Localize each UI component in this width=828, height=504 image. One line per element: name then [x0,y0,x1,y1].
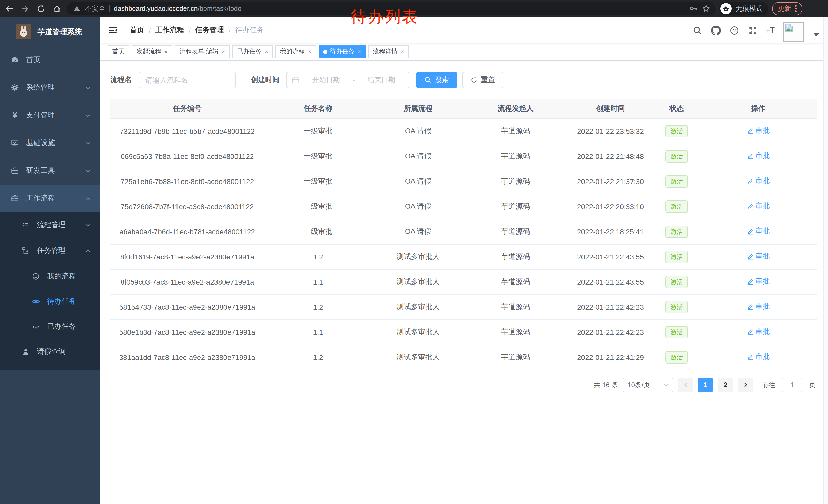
sidebar-item-task-management[interactable]: 任务管理 [0,238,100,264]
url-bar[interactable]: 不安全 dashboard.yudao.iocoder.cn/bpm/task/… [67,2,716,15]
create-time-label: 创建时间 [251,75,280,85]
app-title: 芋道管理系统 [37,27,82,37]
sidebar-item-devtools[interactable]: 研发工具 [0,157,100,185]
top-navbar: 首页 / 工作流程 / 任务管理 / 待办任务 ? TT [100,17,828,43]
url-text[interactable]: dashboard.yudao.iocoder.cn/bpm/task/todo [114,5,241,12]
cell-actions: 审批 [699,119,817,144]
table-row: 58154733-7ac8-11ec-a9e2-a2380e71991a 1.2… [110,294,817,319]
prev-page-button[interactable] [678,378,693,392]
process-name-input[interactable] [138,72,236,88]
cell-status: 激活 [654,269,699,294]
reset-button[interactable]: 重置 [462,72,503,88]
breadcrumb-task-management[interactable]: 任务管理 [196,26,224,35]
close-icon[interactable]: × [401,48,404,55]
date-range-picker[interactable]: 开始日期 - 结束日期 [286,72,409,88]
sidebar-item-todo-tasks[interactable]: 待办任务 [0,289,100,314]
cell-task-id: 75d72608-7b7f-11ec-a3c8-acde48001122 [110,194,264,219]
tab-home[interactable]: 首页 [108,45,129,58]
sidebar-item-system[interactable]: 系统管理 [0,74,100,101]
tab-process-detail[interactable]: 流程详情× [368,45,409,58]
tab-done-tasks[interactable]: 已办任务× [233,45,273,58]
status-badge: 激活 [665,301,688,313]
user-menu-caret-icon[interactable] [814,33,819,36]
avatar[interactable] [783,22,804,42]
font-size-icon[interactable]: TT [767,26,775,34]
sidebar-logo[interactable]: 芋道管理系统 [0,17,100,46]
next-page-button[interactable] [738,378,753,392]
fullscreen-icon[interactable] [748,26,758,35]
tab-start-process[interactable]: 发起流程× [132,45,172,58]
process-name-label: 流程名 [110,75,132,85]
cell-process: 测试多审批人 [372,269,464,294]
forward-icon[interactable] [19,2,31,15]
breadcrumb-workflow[interactable]: 工作流程 [156,26,184,35]
close-icon[interactable]: × [358,48,361,55]
sidebar-item-payment[interactable]: ¥ 支付管理 [0,101,100,129]
help-icon[interactable]: ? [730,26,739,35]
col-status: 状态 [654,99,699,119]
star-icon[interactable] [702,4,711,13]
navbar-actions: ? TT [693,19,819,42]
status-badge: 激活 [665,175,688,187]
approve-button[interactable]: 审批 [747,353,770,362]
goto-page-input[interactable] [782,378,802,392]
cell-task-id: 8f059c03-7ac8-11ec-a9e2-a2380e71991a [110,269,264,294]
reload-icon[interactable] [35,2,47,15]
tab-form-edit[interactable]: 流程表单-编辑× [175,45,230,58]
sidebar-item-infra[interactable]: 基础设施 [0,129,100,157]
close-icon[interactable]: × [164,48,168,55]
cell-task-name: 1.1 [264,319,372,345]
approve-button[interactable]: 审批 [747,151,770,161]
approve-button[interactable]: 审批 [747,277,770,286]
list-icon [22,221,30,229]
cell-created: 2022-01-21 22:43:55 [567,244,654,269]
breadcrumb-home[interactable]: 首页 [130,26,144,35]
approve-button[interactable]: 审批 [747,126,770,136]
sidebar-item-home[interactable]: 首页 [0,46,100,74]
page-button-1[interactable]: 1 [698,378,713,392]
page-scrollbar[interactable] [823,17,828,504]
key-icon[interactable] [689,4,698,13]
hamburger-icon [108,26,118,35]
sidebar-item-leave-query[interactable]: 请假查询 [0,339,100,365]
approve-button[interactable]: 审批 [747,177,770,186]
close-icon[interactable]: × [265,48,268,55]
search-button[interactable]: 搜索 [416,72,457,88]
approve-button[interactable]: 审批 [747,252,770,261]
github-icon[interactable] [711,26,721,35]
cell-status: 激活 [654,169,699,194]
task-table: 任务编号 任务名称 所属流程 流程发起人 创建时间 状态 操作 73211d9d… [110,99,817,370]
sidebar-item-process-management[interactable]: 流程管理 [0,212,100,238]
incognito-label: 无痕模式 [736,4,762,13]
approve-button[interactable]: 审批 [747,202,770,211]
status-badge: 激活 [665,250,688,263]
sidebar-toggle-button[interactable] [100,17,126,43]
more-menu-icon[interactable] [795,5,797,12]
cell-actions: 审批 [699,144,817,169]
tab-my-process[interactable]: 我的流程× [276,45,316,58]
sidebar-item-workflow[interactable]: 工作流程 [0,185,100,212]
warning-icon [73,4,81,12]
close-icon[interactable]: × [222,48,225,55]
approve-button[interactable]: 审批 [747,302,770,312]
briefcase-icon [11,167,19,175]
back-icon[interactable] [3,2,15,15]
home-icon[interactable] [51,2,63,15]
cell-status: 激活 [654,219,699,244]
cell-task-id: a6aba0a4-7b6d-11ec-b781-acde48001122 [110,219,264,244]
sidebar-item-done-tasks[interactable]: 已办任务 [0,314,100,339]
update-button[interactable]: 更新 [772,2,802,15]
page-button-2[interactable]: 2 [718,378,733,392]
edit-icon [747,253,753,260]
tab-todo-tasks[interactable]: 待办任务× [319,45,366,58]
approve-button[interactable]: 审批 [747,327,770,336]
cell-created: 2022-01-21 22:42:23 [567,294,654,319]
cell-task-id: 381aa1dd-7ac8-11ec-a9e2-a2380e71991a [110,345,264,370]
page-size-select[interactable]: 10条/页 [623,378,673,392]
close-icon[interactable]: × [308,48,312,55]
security-label[interactable]: 不安全 [85,4,105,13]
search-icon[interactable] [693,26,702,35]
sidebar-item-my-process[interactable]: 我的流程 [0,264,100,289]
cell-task-name: 1.2 [264,345,372,370]
approve-button[interactable]: 审批 [747,227,770,236]
